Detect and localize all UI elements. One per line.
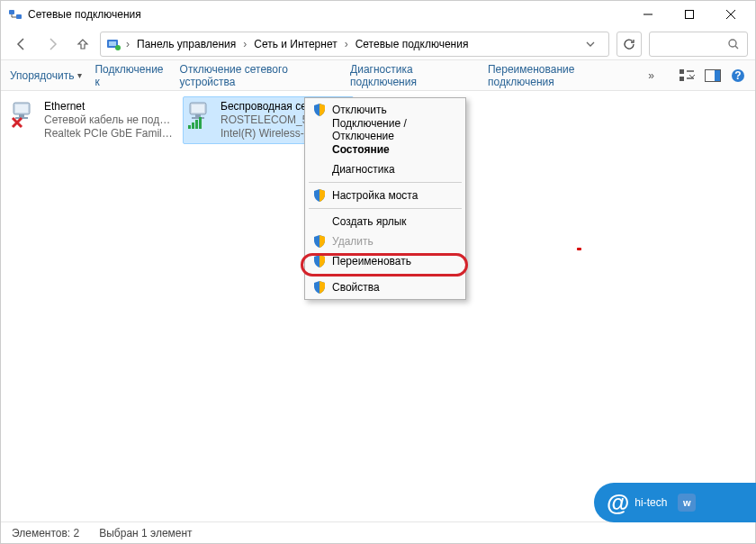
svg-rect-10: [715, 70, 720, 81]
item-count: Элементов: 2: [12, 527, 79, 539]
at-symbol-icon: @: [607, 489, 629, 517]
breadcrumb-item[interactable]: Панель управления: [135, 38, 238, 50]
context-menu-separator: [309, 208, 462, 209]
refresh-button[interactable]: [616, 32, 642, 57]
chevron-down-icon: ▾: [77, 70, 82, 80]
context-menu-item-label: Создать ярлык: [332, 215, 407, 228]
connection-adapter: Realtek PCIe GbE Family Controller: [44, 127, 174, 141]
context-menu-item: Удалить: [307, 231, 464, 251]
vk-icon: w: [678, 494, 696, 512]
forward-button[interactable]: [39, 32, 66, 57]
connection-name: Ethernet: [44, 100, 174, 113]
address-dropdown-icon[interactable]: [578, 40, 603, 49]
diagnose-label: Диагностика подключения: [350, 63, 475, 88]
chevron-right-icon: ›: [124, 38, 131, 50]
context-menu-item-label: Состояние: [332, 143, 390, 156]
back-button[interactable]: [8, 32, 35, 57]
context-menu-item[interactable]: Переименовать: [307, 251, 464, 271]
uac-shield-icon: [312, 234, 327, 249]
svg-rect-8: [680, 77, 684, 81]
svg-rect-1: [16, 14, 22, 19]
connect-to-button[interactable]: Подключение к: [94, 63, 166, 88]
search-input[interactable]: [649, 32, 748, 57]
artifact-dot: [577, 248, 581, 250]
context-menu-separator: [309, 274, 462, 275]
breadcrumb-item[interactable]: Сетевые подключения: [354, 38, 471, 50]
selection-count: Выбран 1 элемент: [99, 527, 192, 539]
organize-label: Упорядочить: [10, 69, 74, 82]
connection-status: Сетевой кабель не подключен: [44, 113, 174, 127]
svg-rect-14: [15, 104, 28, 113]
watermark-text: hi-tech: [634, 496, 667, 509]
status-bar: Элементов: 2 Выбран 1 элемент: [1, 521, 755, 543]
context-menu-item-label: Удалить: [332, 235, 374, 248]
rename-button[interactable]: Переименование подключения: [488, 63, 635, 88]
uac-shield-icon: [312, 103, 327, 117]
context-menu-item[interactable]: Свойства: [307, 277, 464, 297]
disable-device-label: Отключение сетевого устройства: [180, 63, 338, 88]
minimize-button[interactable]: [627, 1, 669, 28]
more-commands-button[interactable]: »: [648, 69, 654, 82]
context-menu-item[interactable]: Создать ярлык: [307, 212, 464, 231]
preview-pane-button[interactable]: [705, 68, 721, 83]
watermark-badge: @ hi-tech w: [594, 483, 756, 522]
toolbar-right: ?: [680, 68, 746, 83]
breadcrumb-item[interactable]: Сеть и Интернет: [252, 38, 338, 50]
svg-rect-0: [9, 10, 14, 14]
command-bar: Упорядочить ▾ Подключение к Отключение с…: [1, 60, 755, 91]
context-menu-item[interactable]: Состояние: [307, 140, 464, 159]
svg-rect-2: [686, 11, 694, 19]
disable-device-button[interactable]: Отключение сетевого устройства: [180, 63, 338, 88]
organize-menu[interactable]: Упорядочить ▾: [10, 69, 82, 82]
svg-point-6: [729, 40, 736, 47]
svg-rect-24: [199, 117, 202, 129]
help-button[interactable]: ?: [730, 68, 746, 83]
svg-rect-7: [680, 69, 684, 74]
chevron-right-icon: ›: [343, 38, 350, 50]
search-icon: [727, 38, 740, 50]
close-button[interactable]: [710, 1, 752, 28]
network-connections-icon: [8, 7, 22, 22]
rename-label: Переименование подключения: [488, 63, 635, 88]
context-menu-item-label: Свойства: [332, 281, 380, 294]
window-title: Сетевые подключения: [28, 8, 627, 21]
context-menu-item[interactable]: Подключение / Отключение: [307, 120, 464, 140]
context-menu: ОтключитьПодключение / ОтключениеСостоян…: [304, 97, 466, 300]
connection-item-ethernet[interactable]: Ethernet Сетевой кабель не подключен Rea…: [6, 96, 177, 144]
window: Сетевые подключения ›: [0, 0, 756, 544]
svg-rect-18: [192, 104, 204, 113]
connection-text: Ethernet Сетевой кабель не подключен Rea…: [44, 100, 174, 141]
context-menu-separator: [309, 182, 462, 183]
uac-shield-icon: [312, 188, 327, 203]
svg-rect-23: [195, 120, 198, 129]
up-button[interactable]: [69, 32, 96, 57]
context-menu-item[interactable]: Настройка моста: [307, 186, 464, 205]
connect-to-label: Подключение к: [94, 63, 166, 88]
context-menu-item-label: Переименовать: [332, 255, 411, 267]
view-options-button[interactable]: [680, 68, 696, 83]
breadcrumb[interactable]: › Панель управления › Сеть и Интернет › …: [100, 32, 609, 57]
address-bar: › Панель управления › Сеть и Интернет › …: [1, 28, 755, 60]
uac-shield-icon: [312, 254, 327, 268]
context-menu-item-label: Диагностика: [332, 163, 395, 176]
titlebar: Сетевые подключения: [1, 1, 755, 28]
window-controls: [627, 1, 752, 28]
context-menu-item[interactable]: Диагностика: [307, 159, 464, 179]
svg-rect-20: [192, 117, 204, 119]
uac-shield-icon: [312, 280, 327, 295]
context-menu-item-label: Подключение / Отключение: [332, 117, 456, 142]
svg-rect-22: [192, 122, 194, 129]
svg-rect-4: [109, 41, 116, 46]
svg-point-5: [115, 45, 121, 50]
diagnose-button[interactable]: Диагностика подключения: [350, 63, 475, 88]
wireless-icon: [186, 100, 215, 129]
svg-text:?: ?: [734, 69, 741, 82]
ethernet-icon: [10, 100, 39, 129]
svg-rect-21: [188, 125, 191, 129]
content-area[interactable]: Ethernet Сетевой кабель не подключен Rea…: [1, 91, 755, 521]
chevron-right-icon: ›: [241, 38, 248, 50]
maximize-button[interactable]: [669, 1, 710, 28]
control-panel-icon: [106, 37, 121, 51]
context-menu-item-label: Отключить: [332, 104, 387, 116]
context-menu-item-label: Настройка моста: [332, 189, 418, 202]
